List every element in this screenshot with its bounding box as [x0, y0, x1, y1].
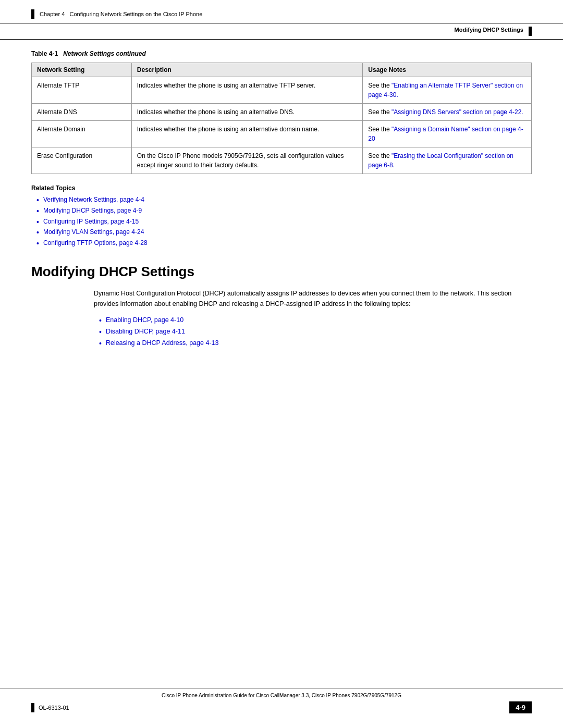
related-link-3[interactable]: Modifying VLAN Settings, page 4-24 [43, 228, 144, 236]
cell-usage-0: See the "Enabling an Alternate TFTP Serv… [363, 77, 532, 104]
bullet-icon-0: • [36, 196, 39, 205]
list-item: • Disabling DHCP, page 4-11 [99, 328, 532, 337]
footer-doc-number: OL-6313-01 [39, 705, 69, 711]
related-link-2[interactable]: Configuring IP Settings, page 4-15 [43, 218, 139, 225]
related-link-0[interactable]: Verifying Network Settings, page 4-4 [43, 196, 144, 203]
table-row: Erase Configuration On the Cisco IP Phon… [32, 147, 532, 174]
main-content: Table 4-1 Network Settings continued Net… [0, 50, 563, 348]
cell-name-2: Alternate Domain [32, 121, 132, 147]
related-topics-title: Related Topics [31, 184, 532, 192]
col-header-description: Description [131, 63, 363, 77]
header-left: Chapter 4 Configuring Network Settings o… [31, 9, 202, 19]
list-item: • Modifying VLAN Settings, page 4-24 [36, 228, 532, 237]
footer-left: OL-6313-01 [31, 703, 69, 712]
cell-usage-1: See the "Assigning DNS Servers" section … [363, 104, 532, 121]
col-header-network-setting: Network Setting [32, 63, 132, 77]
chapter-label: Chapter 4 [40, 11, 65, 17]
footer-bar [31, 703, 34, 712]
table-row: Alternate TFTP Indicates whether the pho… [32, 77, 532, 104]
table-title: Table 4-1 Network Settings continued [31, 50, 532, 57]
section-body-text: Dynamic Host Configuration Protocol (DHC… [94, 288, 532, 309]
page-container: Chapter 4 Configuring Network Settings o… [0, 0, 563, 728]
list-item: • Releasing a DHCP Address, page 4-13 [99, 339, 532, 348]
bullet-icon-1: • [36, 207, 39, 216]
table-header-row: Network Setting Description Usage Notes [32, 63, 532, 77]
header-bar-left [31, 9, 34, 19]
cell-desc-3: On the Cisco IP Phone models 7905G/7912G… [131, 147, 363, 174]
cell-name-1: Alternate DNS [32, 104, 132, 121]
cell-desc-2: Indicates whether the phone is using an … [131, 121, 363, 147]
top-header: Chapter 4 Configuring Network Settings o… [0, 0, 563, 23]
cell-usage-3: See the "Erasing the Local Configuration… [363, 147, 532, 174]
bullet-icon-s2: • [99, 339, 102, 348]
header-bar-right [529, 27, 532, 36]
section-heading: Modifying DHCP Settings [31, 264, 532, 280]
list-item: • Verifying Network Settings, page 4-4 [36, 196, 532, 205]
settings-table: Network Setting Description Usage Notes … [31, 63, 532, 174]
link-dns[interactable]: "Assigning DNS Servers" section on page … [391, 108, 523, 116]
footer-bottom: OL-6313-01 4-9 [31, 701, 532, 713]
bullet-icon-s1: • [99, 328, 102, 337]
link-erase[interactable]: "Erasing the Local Configuration" sectio… [368, 152, 513, 169]
bullet-icon-s0: • [99, 316, 102, 325]
related-link-4[interactable]: Configuring TFTP Options, page 4-28 [43, 239, 148, 246]
page-footer: Cisco IP Phone Administration Guide for … [0, 688, 563, 718]
related-link-1[interactable]: Modifying DHCP Settings, page 4-9 [43, 207, 142, 214]
table-row: Alternate DNS Indicates whether the phon… [32, 104, 532, 121]
list-item: • Configuring TFTP Options, page 4-28 [36, 239, 532, 248]
footer-page-number: 4-9 [509, 701, 532, 713]
table-title-text: Network Settings continued [63, 50, 146, 57]
link-tftp[interactable]: "Enabling an Alternate TFTP Server" sect… [368, 82, 523, 98]
list-item: • Modifying DHCP Settings, page 4-9 [36, 207, 532, 216]
section-link-0[interactable]: Enabling DHCP, page 4-10 [106, 316, 183, 324]
list-item: • Configuring IP Settings, page 4-15 [36, 218, 532, 227]
bullet-icon-4: • [36, 239, 39, 248]
cell-usage-2: See the "Assigning a Domain Name" sectio… [363, 121, 532, 147]
related-topics-list: • Verifying Network Settings, page 4-4 •… [31, 196, 532, 248]
cell-desc-0: Indicates whether the phone is using an … [131, 77, 363, 104]
cell-name-0: Alternate TFTP [32, 77, 132, 104]
col-header-usage-notes: Usage Notes [363, 63, 532, 77]
section-subheader: Modifying DHCP Settings [0, 23, 563, 40]
bullet-icon-3: • [36, 228, 39, 237]
cell-name-3: Erase Configuration [32, 147, 132, 174]
cell-desc-1: Indicates whether the phone is using an … [131, 104, 363, 121]
footer-top-text: Cisco IP Phone Administration Guide for … [31, 693, 532, 698]
table-row: Alternate Domain Indicates whether the p… [32, 121, 532, 147]
section-link-2[interactable]: Releasing a DHCP Address, page 4-13 [106, 339, 219, 347]
section-link-1[interactable]: Disabling DHCP, page 4-11 [106, 328, 185, 335]
chapter-description: Configuring Network Settings on the Cisc… [69, 11, 202, 17]
related-topics: Related Topics • Verifying Network Setti… [31, 184, 532, 248]
list-item: • Enabling DHCP, page 4-10 [99, 316, 532, 325]
section-subheader-text: Modifying DHCP Settings [455, 27, 523, 36]
bullet-icon-2: • [36, 218, 39, 227]
section-bullet-list: • Enabling DHCP, page 4-10 • Disabling D… [31, 316, 532, 348]
link-domain[interactable]: "Assigning a Domain Name" section on pag… [368, 126, 523, 142]
table-number: Table 4-1 [31, 50, 62, 57]
